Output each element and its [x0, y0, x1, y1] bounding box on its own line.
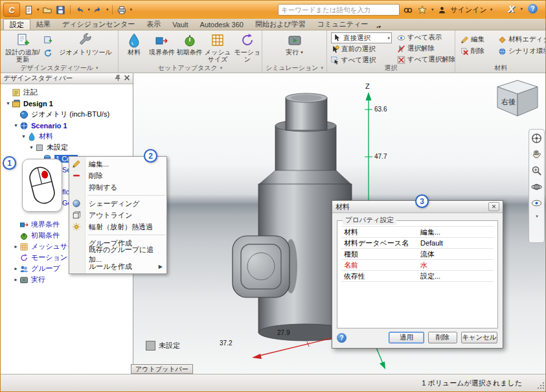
group-label-select[interactable]: 選択 — [327, 63, 455, 72]
expand-arrow-icon[interactable]: ▾ — [28, 144, 35, 150]
save-icon[interactable] — [55, 4, 67, 16]
group-label-simulation[interactable]: シミュレーション▾ — [262, 63, 326, 72]
initial-conditions-button[interactable]: 初期条件 — [176, 31, 203, 56]
add-design-icon[interactable] — [43, 35, 52, 47]
signin-button[interactable]: サインイン — [451, 5, 487, 15]
tab-overflow-icon[interactable]: •▾ — [376, 24, 381, 30]
search-binoculars-icon[interactable] — [402, 4, 414, 16]
orbit-icon[interactable] — [531, 181, 542, 192]
expand-arrow-icon[interactable]: ▾ — [20, 133, 27, 139]
menu-item-create-rule[interactable]: ルールを作成 ▶ — [69, 260, 166, 272]
geometry-tools-button[interactable]: ジオメトリツール — [54, 31, 117, 56]
exchange-apps-icon[interactable]: X — [508, 3, 514, 14]
motion-button[interactable]: モーション — [233, 31, 262, 63]
output-bar-tab[interactable]: アウトプットバー — [131, 364, 193, 374]
scenario-environment-button[interactable]: シナリオ環境 — [498, 46, 546, 56]
tree-item-scenario-1[interactable]: ▾ Scenario 1 — [1, 120, 133, 131]
dialog-help-icon[interactable]: ? — [337, 333, 347, 343]
direct-select-combo[interactable]: 直接選択 ▾ — [331, 32, 392, 43]
tab-settings[interactable]: 設定 — [3, 19, 30, 30]
group-label-setup-tasks[interactable]: セットアップタスク▾ — [119, 63, 262, 72]
design-study-bar-header: デザインスタディバー — [1, 73, 133, 84]
tree-item-material[interactable]: ▾ 材料 — [1, 131, 133, 142]
show-all-label: すべて表示 — [407, 33, 442, 42]
tree-item-geometry[interactable]: ジオメトリ (inch-BTU/s) — [1, 109, 133, 120]
new-icon[interactable] — [23, 4, 34, 16]
edit-material-button[interactable]: 編集 — [461, 34, 498, 45]
run-dropdown-icon[interactable]: ▾ — [301, 49, 303, 56]
signin-dropdown-icon[interactable]: ▾ — [490, 7, 493, 12]
property-row-type[interactable]: 種類流体 — [341, 249, 494, 260]
previous-select-icon — [331, 45, 339, 54]
direct-select-dropdown-icon[interactable]: ▾ — [387, 36, 390, 41]
pin-icon[interactable] — [115, 75, 122, 83]
group-label-material[interactable]: 材料 — [455, 63, 546, 72]
delete-material-button[interactable]: 削除 — [461, 46, 498, 56]
tab-decision-center[interactable]: ディシジョンセンター — [56, 19, 141, 30]
tree-item-notes[interactable]: 注記 — [1, 87, 133, 98]
exchange-dropdown-icon[interactable]: ▾ — [520, 6, 523, 12]
tree-item-design-1[interactable]: ▾ Design 1 — [1, 98, 133, 109]
mesh-size-button[interactable]: メッシュサイズ — [204, 31, 232, 63]
delete-button[interactable]: 削除 — [428, 332, 457, 343]
search-input[interactable] — [278, 4, 400, 16]
navbar-more-icon[interactable]: ▾ — [536, 214, 538, 219]
tab-getting-started[interactable]: 開始および学習 — [249, 19, 312, 30]
material-editor-button[interactable]: 材料エディタ — [498, 34, 546, 45]
deselect-button[interactable]: 選択解除 — [397, 43, 455, 54]
undo-dropdown-icon[interactable]: ▾ — [88, 7, 91, 12]
previous-select-button[interactable]: 直前の選択 — [331, 44, 392, 54]
property-row-dependency[interactable]: 依存性設定... — [341, 271, 494, 282]
menu-item-shading[interactable]: シェーディング — [69, 198, 166, 209]
update-design-icon[interactable] — [43, 49, 52, 60]
expand-arrow-icon[interactable]: ▾ — [5, 100, 12, 106]
add-update-design-button[interactable]: 設計の追加/更新 — [4, 31, 41, 63]
menu-item-radiation[interactable]: 輻射（放射）熱透過 — [69, 221, 166, 233]
redo-dropdown-icon[interactable]: ▾ — [106, 7, 109, 12]
print-icon[interactable] — [116, 4, 128, 16]
expand-arrow-icon[interactable]: ▸ — [12, 244, 19, 249]
open-icon[interactable] — [41, 4, 53, 16]
pan-hand-icon[interactable] — [531, 149, 542, 160]
expand-arrow-icon[interactable]: ▸ — [12, 277, 19, 282]
boundary-conditions-button[interactable]: 境界条件 — [149, 31, 176, 56]
steering-wheel-icon[interactable] — [531, 133, 542, 144]
menu-item-suppress[interactable]: 抑制する — [69, 181, 166, 193]
expand-arrow-icon[interactable]: ▾ — [12, 122, 19, 128]
undo-icon[interactable] — [74, 4, 85, 16]
property-row-name[interactable]: 名前水 — [341, 260, 494, 271]
help-icon[interactable]: ? — [528, 4, 538, 14]
material-button[interactable]: 材料 — [121, 31, 148, 56]
property-row-material[interactable]: 材料編集... — [341, 227, 494, 238]
tab-results[interactable]: 結果 — [30, 19, 56, 30]
resize-grip[interactable] — [538, 382, 545, 389]
favorites-star-icon[interactable] — [416, 4, 428, 16]
dialog-close-icon[interactable]: ✕ — [488, 202, 499, 211]
tab-autodesk-360[interactable]: Autodesk 360 — [194, 19, 249, 30]
redo-icon[interactable] — [92, 4, 104, 16]
tree-item-unassigned[interactable]: ▾ 未設定 — [1, 142, 133, 153]
viewcube[interactable]: 右後 — [494, 77, 541, 122]
legend-label: 未設定 — [159, 341, 180, 351]
menu-item-delete[interactable]: 削除 — [69, 170, 166, 181]
favorites-dropdown-icon[interactable]: ▾ — [431, 7, 434, 12]
menu-item-add-to-group[interactable]: 既存のグループに追加... — [69, 249, 166, 260]
apply-button[interactable]: 適用 — [389, 332, 424, 343]
look-icon[interactable] — [531, 198, 542, 209]
cancel-button[interactable]: キャンセル — [461, 332, 497, 343]
show-all-button[interactable]: すべて表示 — [397, 32, 455, 43]
tab-view[interactable]: 表示 — [141, 19, 166, 30]
expand-arrow-icon[interactable]: ▸ — [12, 266, 19, 271]
menu-item-outline[interactable]: アウトライン — [69, 209, 166, 221]
qat-customize-icon[interactable]: ▾ — [130, 7, 133, 12]
tab-community[interactable]: コミュニティー — [312, 19, 374, 30]
tree-item-run[interactable]: ▸ 実行 — [1, 274, 133, 285]
close-panel-icon[interactable] — [124, 75, 130, 82]
app-logo[interactable]: C — [3, 3, 20, 17]
new-dropdown-icon[interactable]: ▾ — [37, 7, 40, 12]
zoom-icon[interactable] — [531, 165, 542, 176]
property-row-database[interactable]: 材料データベース名Default — [341, 238, 494, 249]
tab-vault[interactable]: Vault — [166, 19, 194, 30]
run-button[interactable]: 実行▾ — [279, 31, 310, 56]
group-label-design-study-tools[interactable]: デザインスタディツール▾ — [1, 63, 118, 72]
